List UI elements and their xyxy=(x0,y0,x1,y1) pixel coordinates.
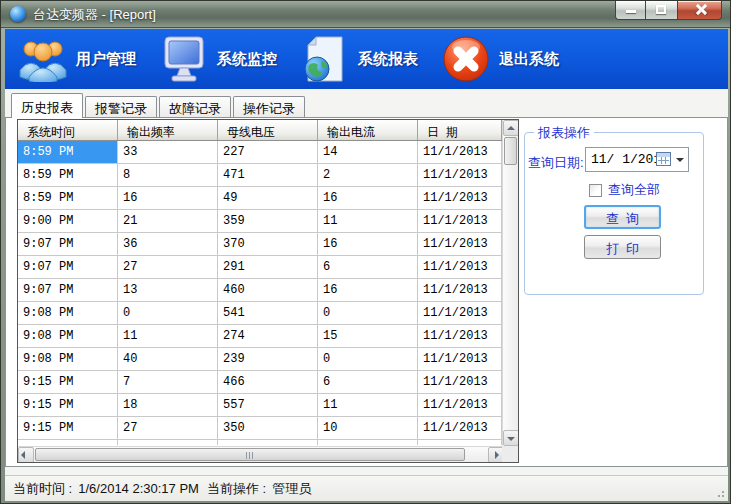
scroll-up-button[interactable] xyxy=(503,120,519,136)
table-cell: 541 xyxy=(218,302,318,324)
table-cell: 9:15 PM xyxy=(18,440,118,445)
table-cell: 11/1/2013 xyxy=(418,440,502,445)
tab-label: 报警记录 xyxy=(95,101,147,116)
table-cell: 471 xyxy=(218,164,318,186)
table-cell: 2 xyxy=(318,164,418,186)
query-date-picker[interactable]: 11/ 1/2013 xyxy=(585,147,689,172)
table-cell: 0 xyxy=(318,302,418,324)
table-body: 8:59 PM332271411/1/20138:59 PM8471211/1/… xyxy=(18,141,518,445)
table-cell: 9:00 PM xyxy=(18,210,118,232)
table-cell: 27 xyxy=(118,256,218,278)
maximize-button[interactable] xyxy=(646,1,677,20)
maximize-icon xyxy=(656,5,666,14)
toolbar-monitor[interactable]: 系统监控 xyxy=(158,34,277,84)
table-cell: 11/1/2013 xyxy=(418,302,502,324)
table-cell: 11 xyxy=(318,210,418,232)
resize-grip[interactable] xyxy=(715,488,725,498)
table-row[interactable]: 9:08 PM0541011/1/2013 xyxy=(18,302,518,325)
table-row[interactable]: 8:59 PM16491611/1/2013 xyxy=(18,187,518,210)
table-row[interactable]: 8:59 PM8471211/1/2013 xyxy=(18,164,518,187)
table-cell: 8 xyxy=(118,164,218,186)
toolbar: 用户管理 系统监控 系统报表 xyxy=(5,29,728,89)
app-icon xyxy=(10,6,26,22)
toolbar-item-label: 用户管理 xyxy=(76,50,136,69)
table-row[interactable]: 9:15 PM185571111/1/2013 xyxy=(18,394,518,417)
column-header[interactable]: 母线电压 xyxy=(218,120,318,140)
tab-4[interactable]: 操作记录 xyxy=(233,96,305,117)
table-cell: 11/1/2013 xyxy=(418,348,502,370)
tab-3[interactable]: 故障记录 xyxy=(159,96,231,117)
arrow-right-icon xyxy=(495,451,499,459)
groupbox-title: 报表操作 xyxy=(534,124,594,142)
table-cell: 291 xyxy=(218,256,318,278)
table-row[interactable]: 9:15 PM7466611/1/2013 xyxy=(18,371,518,394)
tab-label: 操作记录 xyxy=(243,101,295,116)
table-cell: 370 xyxy=(218,233,318,255)
table-cell: 11/1/2013 xyxy=(418,371,502,393)
toolbar-exit[interactable]: 退出系统 xyxy=(440,34,559,84)
query-all-checkbox[interactable] xyxy=(589,184,602,197)
table-cell: 478 xyxy=(218,440,318,445)
table-cell: 9:15 PM xyxy=(18,394,118,416)
tab-2[interactable]: 报警记录 xyxy=(85,96,157,117)
table-cell: 8:59 PM xyxy=(18,187,118,209)
table-cell: 49 xyxy=(218,187,318,209)
table-cell: 0 xyxy=(318,348,418,370)
table-cell: 9:15 PM xyxy=(18,371,118,393)
print-button[interactable]: 打 印 xyxy=(584,235,661,259)
column-header[interactable]: 日 期 xyxy=(418,120,502,140)
minimize-button[interactable] xyxy=(615,1,646,20)
vertical-scrollbar[interactable] xyxy=(502,120,518,446)
minimize-icon xyxy=(626,10,636,13)
table-cell: 27 xyxy=(118,417,218,439)
table-row[interactable]: 8:59 PM332271411/1/2013 xyxy=(18,141,518,164)
caption-buttons xyxy=(615,1,722,20)
table-cell: 21 xyxy=(118,210,218,232)
table-cell: 359 xyxy=(218,210,318,232)
column-header[interactable]: 输出电流 xyxy=(318,120,418,140)
toolbar-item-label: 系统报表 xyxy=(358,50,418,69)
query-button[interactable]: 查 询 xyxy=(584,205,661,229)
table-row[interactable]: 9:07 PM363701611/1/2013 xyxy=(18,233,518,256)
table-row[interactable]: 9:15 PM42478411/1/2013 xyxy=(18,440,518,445)
table-cell: 6 xyxy=(318,371,418,393)
table-row[interactable]: 9:07 PM27291611/1/2013 xyxy=(18,256,518,279)
horizontal-scroll-thumb[interactable] xyxy=(35,448,465,461)
table-cell: 14 xyxy=(318,141,418,163)
horizontal-scrollbar[interactable] xyxy=(18,446,504,462)
calendar-icon[interactable] xyxy=(656,152,671,166)
close-button[interactable] xyxy=(677,1,722,20)
vertical-scroll-thumb[interactable] xyxy=(504,137,517,165)
table-cell: 4 xyxy=(318,440,418,445)
scroll-down-button[interactable] xyxy=(503,430,519,446)
table-row[interactable]: 9:07 PM134601611/1/2013 xyxy=(18,279,518,302)
table-cell: 9:08 PM xyxy=(18,348,118,370)
table-row[interactable]: 9:00 PM213591111/1/2013 xyxy=(18,210,518,233)
scroll-left-button[interactable] xyxy=(18,447,34,463)
table-cell: 33 xyxy=(118,141,218,163)
titlebar: 台达变频器 - [Report] xyxy=(1,1,730,28)
close-icon xyxy=(694,3,707,16)
table-row[interactable]: 9:15 PM273501011/1/2013 xyxy=(18,417,518,440)
tab-1[interactable]: 历史报表 xyxy=(11,93,83,118)
table-cell: 9:07 PM xyxy=(18,233,118,255)
toolbar-users[interactable]: 用户管理 xyxy=(17,34,136,84)
table-cell: 36 xyxy=(118,233,218,255)
column-header[interactable]: 输出频率 xyxy=(118,120,218,140)
column-header[interactable]: 系统时间 xyxy=(18,120,118,140)
table-cell: 7 xyxy=(118,371,218,393)
current-operator-label: 当前操作 : xyxy=(207,480,266,498)
table-cell: 9:07 PM xyxy=(18,279,118,301)
table-cell: 8:59 PM xyxy=(18,141,118,163)
current-time-label: 当前时间 : xyxy=(13,480,72,498)
table-cell: 16 xyxy=(118,187,218,209)
current-time-value: 1/6/2014 2:30:17 PM xyxy=(78,481,199,496)
dropdown-arrow-icon[interactable] xyxy=(676,158,684,162)
toolbar-item-label: 退出系统 xyxy=(499,50,559,69)
table-cell: 10 xyxy=(318,417,418,439)
toolbar-item-label: 系统监控 xyxy=(217,50,277,69)
toolbar-report[interactable]: 系统报表 xyxy=(299,34,418,84)
table-row[interactable]: 9:08 PM112741511/1/2013 xyxy=(18,325,518,348)
table-cell: 11/1/2013 xyxy=(418,417,502,439)
table-row[interactable]: 9:08 PM40239011/1/2013 xyxy=(18,348,518,371)
